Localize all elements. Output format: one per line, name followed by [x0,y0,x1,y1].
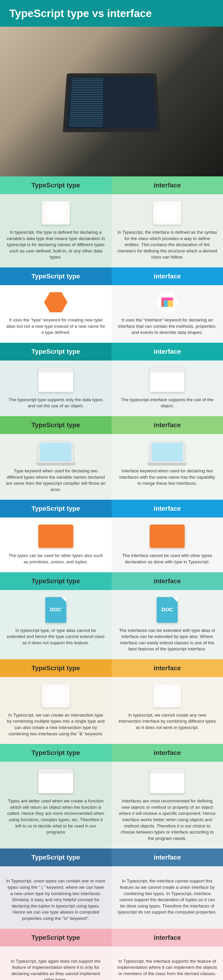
interface-text: It uses the "interface" keyword for decl… [117,317,217,336]
layout-hexagon-icon [155,292,179,312]
interface-text: In Typescript, the interface is defined … [117,229,217,260]
interface-text: In typescript, we cannot create any new … [117,712,217,731]
type-header: TypeScript type [0,848,112,866]
type-content: The types can be used for other types al… [0,517,112,572]
comparison-content-row: It uses the "type" keyword for creating … [0,285,223,343]
interface-content: The typescript interface supports the us… [112,361,223,416]
type-header: TypeScript type [0,744,112,762]
comparison-content-row: In Typescript, we can create an intersec… [0,677,223,744]
type-content: In Typescript, union types can contain o… [0,866,112,929]
type-text: In Typescript, type again does not suppo… [6,958,106,980]
type-content: In typescript, the type is defined for d… [0,194,112,267]
browser-icon [150,769,185,793]
interface-header: interface [112,659,223,677]
type-content: Type keyword when used for declaring two… [0,434,112,500]
comparison-header-row: TypeScript typeinterface [0,929,223,947]
desk-icon [153,201,181,224]
interface-content: Interface keyword when used for declarin… [112,434,223,500]
document-icon: DOC [45,597,66,623]
interface-text: In Typescript, the interface cannot supp… [117,878,217,915]
comparison-content-row: In Typescript, union types can contain o… [0,866,223,929]
page-title: TypeScript type vs interface [0,0,223,27]
type-header: TypeScript type [0,659,112,677]
comparison-header-row: TypeScript typeinterface [0,500,223,517]
type-header: TypeScript type [0,929,112,947]
interface-header: interface [112,267,223,285]
interface-content: DOCThe interfaces can be extended with t… [112,590,223,659]
type-header: TypeScript type [0,416,112,434]
comparison-header-row: TypeScript typeinterface [0,177,223,194]
laptop-illustration [63,73,160,132]
type-text: In typescript, the type is defined for d… [6,229,106,260]
comparison-content-row: DOCIn typescript type, or type alias can… [0,590,223,659]
laptop-icon [38,441,73,463]
interface-content: In Typescript, the interface is defined … [112,194,223,267]
interface-header: interface [112,848,223,866]
interface-header: interface [112,572,223,590]
comparison-content-row: In typescript, the type is defined for d… [0,194,223,267]
type-text: The types can be used for other types al… [6,552,106,565]
interface-header: interface [112,416,223,434]
comparison-header-row: TypeScript typeinterface [0,659,223,677]
interface-content: In typescript, we cannot create any new … [112,677,223,744]
type-text: Types are better used when we create a f… [6,798,106,835]
comparison-header-row: TypeScript typeinterface [0,267,223,285]
interface-text: The typescript interface supports the us… [117,397,217,409]
type-content: DOCIn typescript type, or type alias can… [0,590,112,659]
laptop-code-icon [38,525,73,548]
comparison-content-row: Types are better used when we create a f… [0,762,223,848]
interface-header: interface [112,343,223,361]
hero-image [0,27,223,177]
interface-text: In Typescript, the interface supports th… [117,958,217,977]
interface-content: The interface cannot be used with other … [112,517,223,572]
interface-content: In Typescript, the interface cannot supp… [112,866,223,929]
desk-icon [153,684,181,708]
type-text: In Typescript, union types can contain o… [6,878,106,921]
type-text: It uses the "type" keyword for creating … [6,317,106,336]
interface-text: Interfaces are most recommended for defi… [117,798,217,842]
desk-icon [42,684,70,708]
type-content: Types are better used when we create a f… [0,762,112,848]
interface-header: interface [112,177,223,194]
infographic-container: TypeScript type vs interface TypeScript … [0,0,223,980]
comparison-header-row: TypeScript typeinterface [0,416,223,434]
type-text: The typescript type supports only the da… [6,397,106,409]
interface-header: interface [112,500,223,517]
interface-content: In Typescript, the interface supports th… [112,947,223,980]
type-header: TypeScript type [0,343,112,361]
type-content: It uses the "type" keyword for creating … [0,285,112,343]
comparison-content-row: In Typescript, type again does not suppo… [0,947,223,980]
type-text: Type keyword when used for declaring two… [6,468,106,493]
comparison-header-row: TypeScript typeinterface [0,572,223,590]
type-content: In Typescript, we can create an intersec… [0,677,112,744]
type-header: TypeScript type [0,267,112,285]
type-header: TypeScript type [0,500,112,517]
browser-icon [38,368,73,392]
type-header: TypeScript type [0,177,112,194]
type-text: In typescript type, or type alias cannot… [6,627,106,646]
comparison-rows: TypeScript typeinterfaceIn typescript, t… [0,177,223,980]
comparison-content-row: Type keyword when used for declaring two… [0,434,223,500]
browser-icon [38,769,73,793]
type-content: The typescript type supports only the da… [0,361,112,416]
comparison-header-row: TypeScript typeinterface [0,744,223,762]
laptop-code-icon [150,525,185,548]
interface-text: Interface keyword when used for declarin… [117,468,217,487]
comparison-header-row: TypeScript typeinterface [0,848,223,866]
comparison-content-row: The typescript type supports only the da… [0,361,223,416]
type-text: In Typescript, we can create an intersec… [6,712,106,737]
comparison-header-row: TypeScript typeinterface [0,343,223,361]
type-header: TypeScript type [0,572,112,590]
document-icon: DOC [157,597,178,623]
browser-icon [150,368,185,392]
type-content: In Typescript, type again does not suppo… [0,947,112,980]
laptop-icon [150,441,185,463]
interface-text: The interface cannot be used with other … [117,552,217,565]
interface-content: Interfaces are most recommended for defi… [112,762,223,848]
interface-header: interface [112,744,223,762]
comparison-content-row: The types can be used for other types al… [0,517,223,572]
code-hexagon-icon [44,292,68,312]
interface-text: The interfaces can be extended with type… [117,627,217,652]
desk-icon [42,201,70,224]
interface-header: interface [112,929,223,947]
